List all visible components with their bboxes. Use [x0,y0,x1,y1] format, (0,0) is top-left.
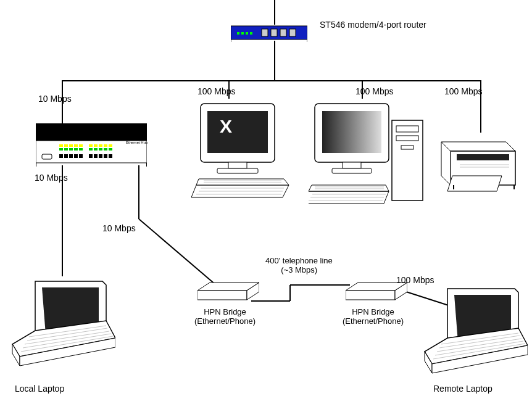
local-laptop-label: Local Laptop [15,384,64,394]
speed-hub-bridge: 10 Mbps [102,223,136,233]
svg-rect-93 [346,291,395,300]
svg-line-84 [139,219,216,285]
network-diagram: ST546 modem/4-port router 10 Mbps 100 Mb… [0,0,532,396]
bridge-1-label: HPN Bridge (Ethernet/Phone) [194,307,256,326]
local-laptop-icon [7,276,115,375]
svg-rect-90 [197,291,247,300]
hpn-bridge-1-icon [197,281,259,302]
remote-laptop-icon [420,284,528,382]
remote-laptop-label: Remote Laptop [433,384,493,394]
bridge-2-label: HPN Bridge (Ethernet/Phone) [343,307,404,326]
telephone-line-label: 400' telephone line (~3 Mbps) [265,256,333,274]
